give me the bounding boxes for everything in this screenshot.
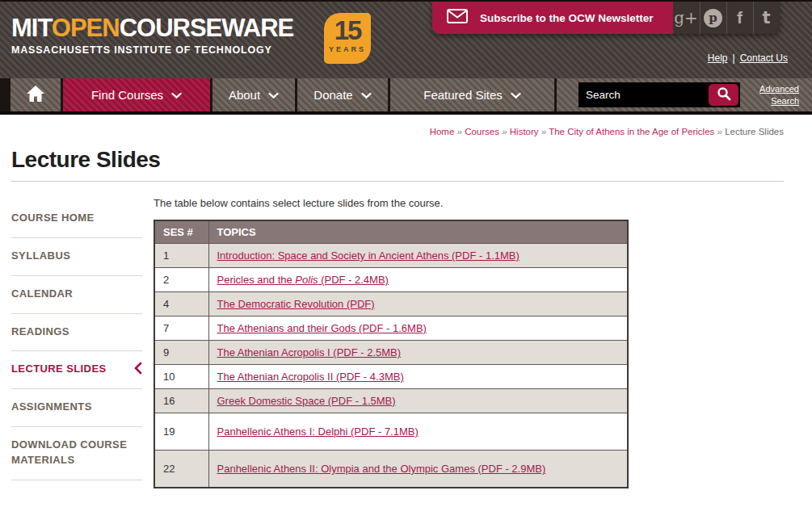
ocw-logo-wordmark: MITOPENCOURSEWARE (11, 15, 293, 40)
table-body: 1Introduction: Space and Society in Anci… (154, 244, 628, 488)
sidebar-item-lecture-slides[interactable]: LECTURE SLIDES (11, 351, 142, 389)
session-number: 22 (154, 451, 208, 488)
breadcrumb-link[interactable]: The City of Athens in the Age of Pericle… (549, 127, 714, 136)
nav-featured-sites-label: Featured Sites (423, 88, 503, 102)
table-header-row: SES # TOPICS (154, 220, 628, 244)
sidebar-item-label: ASSIGNMENTS (11, 400, 92, 413)
session-number: 16 (154, 389, 208, 413)
lecture-slide-link[interactable]: Panhellenic Athens I: Delphi (PDF - 7.1M… (217, 425, 419, 438)
session-number: 2 (154, 268, 208, 292)
topic-cell: Panhellenic Athens II: Olympia and the O… (208, 451, 628, 488)
twitter-button[interactable]: t (753, 2, 780, 34)
topic-cell: Pericles and the Polis (PDF - 2.4MB) (208, 268, 628, 292)
google-plus-button[interactable]: g+ (673, 2, 700, 34)
nav-find-courses-label: Find Courses (91, 88, 163, 102)
table-row: 22Panhellenic Athens II: Olympia and the… (154, 451, 628, 488)
logo-courseware: COURSEWARE (120, 14, 294, 42)
lecture-slide-link[interactable]: The Democratic Revolution (PDF) (217, 298, 375, 310)
search-button[interactable] (709, 84, 738, 106)
sidebar-item-readings[interactable]: READINGS (11, 314, 142, 352)
breadcrumb: Home » Courses » History » The City of A… (0, 127, 784, 136)
nav-donate[interactable]: Donate (297, 78, 388, 111)
table-row: 10The Athenian Acropolis II (PDF - 4.3MB… (154, 365, 628, 389)
sidebar-item-calendar[interactable]: CALENDAR (11, 276, 142, 314)
topic-cell: The Democratic Revolution (PDF) (208, 292, 628, 316)
ocw-logo[interactable]: MITOPENCOURSEWARE MASSACHUSETTS INSTITUT… (11, 15, 293, 56)
table-row: 19Panhellenic Athens I: Delphi (PDF - 7.… (154, 413, 628, 451)
twitter-icon: t (763, 8, 771, 27)
nav-donate-label: Donate (313, 88, 352, 102)
search-box (578, 82, 740, 107)
topic-cell: Panhellenic Athens I: Delphi (PDF - 7.1M… (208, 413, 628, 451)
session-number: 7 (154, 316, 208, 341)
table-row: 2Pericles and the Polis (PDF - 2.4MB) (154, 268, 628, 292)
lecture-slide-link[interactable]: The Athenian Acropolis I (PDF - 2.5MB) (217, 346, 402, 358)
session-number: 9 (154, 341, 208, 365)
nav-featured-sites[interactable]: Featured Sites (390, 78, 554, 111)
sidebar-item-syllabus[interactable]: SYLLABUS (11, 238, 142, 276)
topic-cell: The Athenians and their Gods (PDF - 1.6M… (208, 316, 628, 341)
session-number: 10 (154, 365, 208, 389)
facebook-icon: f (737, 8, 743, 27)
15-years-badge: 15 YEARS (324, 13, 371, 64)
topic-cell: Introduction: Space and Society in Ancie… (208, 244, 628, 268)
session-number: 1 (154, 244, 208, 268)
lecture-slide-link[interactable]: Pericles and the Polis (PDF - 2.4MB) (217, 274, 389, 286)
sidebar-item-label: READINGS (11, 325, 69, 337)
chevron-down-icon (511, 88, 521, 102)
logo-open: OPEN (52, 14, 120, 42)
lecture-slide-link[interactable]: The Athenians and their Gods (PDF - 1.6M… (217, 322, 427, 334)
breadcrumb-current: Lecture Slides (725, 127, 784, 136)
logo-subtitle: MASSACHUSETTS INSTITUTE OF TECHNOLOGY (11, 44, 293, 56)
nav-about-label: About (229, 88, 260, 102)
utility-links: Help|Contact Us (708, 52, 788, 64)
facebook-button[interactable]: f (726, 2, 753, 34)
table-row: 16Greek Domestic Space (PDF - 1.5MB) (154, 389, 628, 413)
nav-find-courses[interactable]: Find Courses (63, 78, 210, 111)
lecture-slide-link[interactable]: Panhellenic Athens II: Olympia and the O… (217, 463, 546, 475)
search-zone: Advanced Search (557, 78, 812, 111)
logo-mit: MIT (11, 14, 52, 42)
sidebar-item-label: SYLLABUS (11, 249, 70, 262)
main-area: COURSE HOMESYLLABUSCALENDARREADINGSLECTU… (0, 182, 812, 488)
site-header: MITOPENCOURSEWARE MASSACHUSETTS INSTITUT… (0, 0, 812, 78)
newsletter-social-tab: Subscribe to the OCW Newsletter g+pft (432, 2, 780, 34)
lecture-slides-table: SES # TOPICS 1Introduction: Space and So… (154, 220, 629, 488)
course-sidebar: COURSE HOMESYLLABUSCALENDARREADINGSLECTU… (11, 182, 142, 488)
help-link[interactable]: Help (708, 52, 728, 64)
page-title: Lecture Slides (11, 147, 812, 173)
contact-us-link[interactable]: Contact Us (740, 52, 788, 64)
home-button[interactable] (11, 78, 61, 111)
badge-number: 15 (324, 16, 371, 45)
breadcrumb-link[interactable]: Courses (465, 127, 499, 136)
pinterest-button[interactable]: p (700, 2, 726, 34)
subscribe-newsletter-button[interactable]: Subscribe to the OCW Newsletter (432, 2, 673, 34)
lecture-slide-link[interactable]: Greek Domestic Space (PDF - 1.5MB) (217, 395, 396, 407)
chevron-left-icon (133, 362, 142, 379)
main-nav: Find Courses About Donate Featured Sites… (0, 78, 812, 115)
envelope-icon (447, 9, 468, 27)
search-icon (717, 86, 731, 103)
breadcrumb-separator: » (499, 127, 510, 136)
sidebar-item-assignments[interactable]: ASSIGNMENTS (11, 389, 142, 427)
session-number: 19 (154, 413, 208, 451)
breadcrumb-separator: » (539, 127, 549, 136)
intro-text: The table below contains select lecture … (154, 197, 629, 209)
subscribe-newsletter-label: Subscribe to the OCW Newsletter (480, 12, 654, 24)
lecture-slide-link[interactable]: The Athenian Acropolis II (PDF - 4.3MB) (217, 371, 404, 383)
breadcrumb-separator: » (454, 127, 465, 136)
breadcrumb-link[interactable]: History (510, 127, 539, 136)
ses-column-header: SES # (154, 220, 208, 244)
sidebar-item-course-home[interactable]: COURSE HOME (11, 200, 142, 238)
breadcrumb-separator: » (714, 127, 725, 136)
breadcrumb-link[interactable]: Home (430, 127, 455, 136)
sidebar-item-download-course-materials[interactable]: DOWNLOAD COURSE MATERIALS (11, 427, 142, 480)
social-strip: g+pft (673, 2, 780, 34)
lecture-slide-link[interactable]: Introduction: Space and Society in Ancie… (217, 249, 520, 262)
table-row: 1Introduction: Space and Society in Anci… (154, 244, 628, 268)
advanced-search-link[interactable]: Advanced Search (759, 84, 799, 105)
table-row: 4The Democratic Revolution (PDF) (154, 292, 628, 316)
chevron-down-icon (361, 88, 372, 102)
nav-about[interactable]: About (212, 78, 295, 111)
sidebar-item-label: CALENDAR (11, 287, 73, 300)
